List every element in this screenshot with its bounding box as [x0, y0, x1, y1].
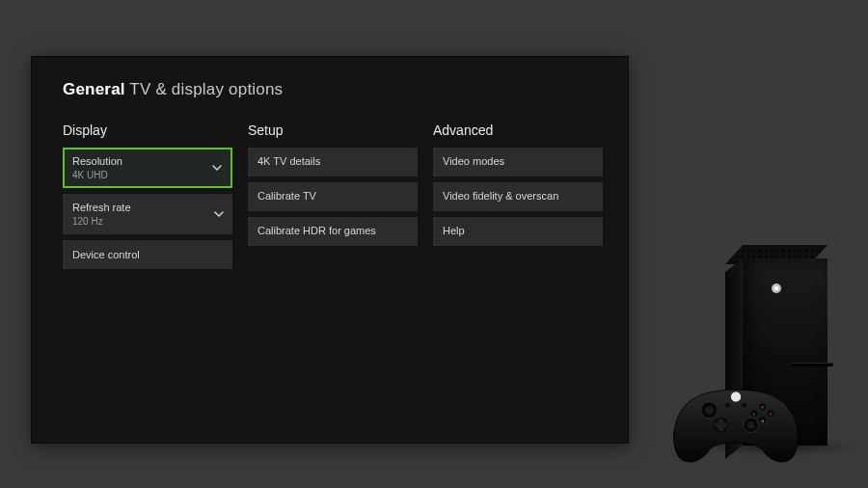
- tile-refresh-label: Refresh rate: [72, 202, 207, 214]
- svg-point-2: [705, 406, 714, 415]
- tile-video-modes[interactable]: Video modes: [433, 148, 603, 176]
- tile-4k-label: 4K TV details: [258, 155, 393, 168]
- xbox-controller-icon: Y B X A: [669, 380, 802, 467]
- tile-device-label: Device control: [72, 249, 207, 261]
- tile-modes-label: Video modes: [443, 155, 578, 168]
- column-display: Display Resolution 4K UHD Refresh rate 1…: [63, 122, 232, 275]
- tile-resolution-label: Resolution: [72, 155, 207, 168]
- settings-columns: Display Resolution 4K UHD Refresh rate 1…: [63, 122, 605, 275]
- column-setup: Setup 4K TV details Calibrate TV Calibra…: [248, 122, 418, 275]
- tile-calibrate-hdr[interactable]: Calibrate HDR for games: [248, 217, 418, 246]
- svg-point-4: [747, 421, 755, 429]
- breadcrumb-section: General: [63, 80, 125, 98]
- tile-device-control[interactable]: Device control: [63, 240, 232, 269]
- tile-video-fidelity[interactable]: Video fidelity & overscan: [433, 182, 603, 211]
- tile-calibrate-label: Calibrate TV: [258, 190, 393, 203]
- tile-refresh-value: 120 Hz: [72, 216, 207, 227]
- svg-text:Y: Y: [761, 405, 764, 410]
- tile-resolution[interactable]: Resolution 4K UHD: [63, 148, 232, 188]
- column-advanced: Advanced Video modes Video fidelity & ov…: [433, 122, 603, 275]
- svg-rect-7: [715, 422, 726, 427]
- chevron-down-icon: [211, 162, 223, 174]
- tile-hdr-label: Calibrate HDR for games: [258, 225, 393, 237]
- power-button-icon: [772, 284, 781, 293]
- svg-point-16: [725, 402, 730, 407]
- column-header-display: Display: [63, 122, 232, 138]
- svg-point-17: [742, 402, 746, 407]
- svg-text:B: B: [770, 412, 773, 417]
- column-header-advanced: Advanced: [433, 122, 603, 138]
- svg-point-0: [731, 392, 741, 401]
- tile-help[interactable]: Help: [433, 217, 603, 246]
- tile-fidelity-label: Video fidelity & overscan: [443, 190, 578, 203]
- breadcrumb-page: TV & display options: [129, 80, 283, 98]
- chevron-down-icon: [213, 208, 225, 220]
- tile-calibrate-tv[interactable]: Calibrate TV: [248, 182, 418, 211]
- settings-screen: General TV & display options Display Res…: [31, 56, 629, 444]
- tile-help-label: Help: [443, 225, 578, 237]
- disc-slot-icon: [791, 363, 833, 366]
- tile-resolution-value: 4K UHD: [72, 170, 207, 180]
- column-header-setup: Setup: [248, 122, 418, 138]
- svg-text:X: X: [753, 412, 756, 417]
- tile-4k-tv-details[interactable]: 4K TV details: [248, 148, 418, 176]
- tile-refresh-rate[interactable]: Refresh rate 120 Hz: [63, 194, 232, 234]
- svg-text:A: A: [761, 419, 764, 423]
- page-title: General TV & display options: [63, 80, 605, 99]
